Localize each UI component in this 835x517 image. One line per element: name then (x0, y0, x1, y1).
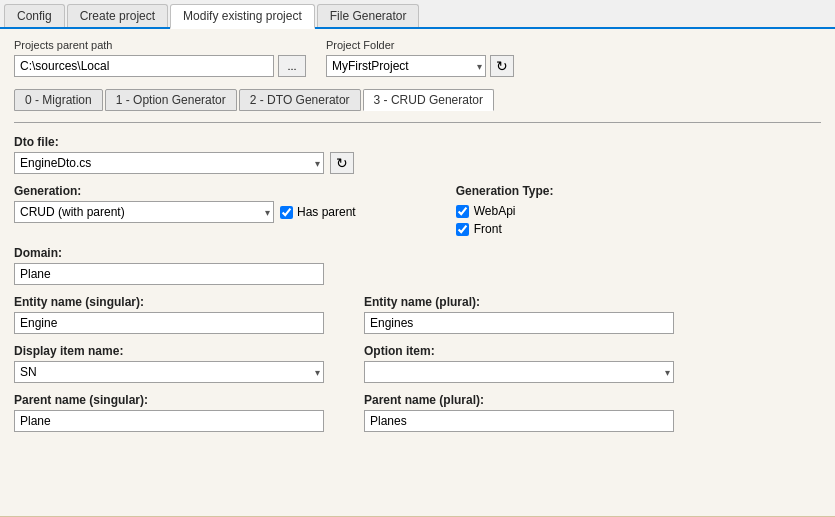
path-row: ... (14, 55, 306, 77)
generation-type-group: Generation Type: WebApi Front (456, 184, 554, 236)
option-item-label: Option item: (364, 344, 674, 358)
tab-dto-generator[interactable]: 2 - DTO Generator (239, 89, 361, 111)
front-checkbox[interactable] (456, 223, 469, 236)
tab-config[interactable]: Config (4, 4, 65, 27)
webapi-checkbox[interactable] (456, 205, 469, 218)
display-item-select-wrapper: SN (14, 361, 324, 383)
entity-plural-input[interactable] (364, 312, 674, 334)
form-section: Dto file: EngineDto.cs ↻ Generation: (14, 135, 821, 432)
project-folder-group: Project Folder MyFirstProject ↻ (326, 39, 514, 77)
generation-type-label: Generation Type: (456, 184, 554, 198)
project-folder-select[interactable]: MyFirstProject (326, 55, 486, 77)
tab-modify-project[interactable]: Modify existing project (170, 4, 315, 29)
inner-tab-bar: 0 - Migration 1 - Option Generator 2 - D… (14, 89, 821, 111)
tab-migration[interactable]: 0 - Migration (14, 89, 103, 111)
tab-file-generator[interactable]: File Generator (317, 4, 420, 27)
parent-singular-label: Parent name (singular): (14, 393, 324, 407)
projects-parent-path-input[interactable] (14, 55, 274, 77)
front-label: Front (474, 222, 502, 236)
option-item-select[interactable] (364, 361, 674, 383)
display-item-select[interactable]: SN (14, 361, 324, 383)
dto-refresh-button[interactable]: ↻ (330, 152, 354, 174)
display-item-field: Display item name: SN (14, 344, 324, 383)
has-parent-label: Has parent (297, 205, 356, 219)
parent-plural-field: Parent name (plural): (364, 393, 674, 432)
generation-field: Generation: CRUD (with parent) Has paren… (14, 184, 356, 223)
dto-row: EngineDto.cs ↻ (14, 152, 821, 174)
parent-singular-field: Parent name (singular): (14, 393, 324, 432)
option-item-field: Option item: (364, 344, 674, 383)
gen-full-row: CRUD (with parent) Has parent (14, 201, 356, 223)
option-item-select-wrapper (364, 361, 674, 383)
entity-singular-field: Entity name (singular): (14, 295, 324, 334)
project-folder-label: Project Folder (326, 39, 514, 51)
gen-select-wrapper: CRUD (with parent) (14, 201, 274, 223)
has-parent-check: Has parent (280, 205, 356, 219)
domain-field: Domain: (14, 246, 821, 285)
dto-file-field: Dto file: EngineDto.cs ↻ (14, 135, 821, 174)
webapi-label: WebApi (474, 204, 516, 218)
gen-row: Generation: CRUD (with parent) Has paren… (14, 184, 821, 236)
tab-crud-generator[interactable]: 3 - CRUD Generator (363, 89, 494, 111)
display-option-row: Display item name: SN Option item: (14, 344, 821, 383)
domain-input[interactable] (14, 263, 324, 285)
dto-file-select-wrapper: EngineDto.cs (14, 152, 324, 174)
generation-label: Generation: (14, 184, 356, 198)
entity-singular-input[interactable] (14, 312, 324, 334)
display-item-label: Display item name: (14, 344, 324, 358)
tab-create-project[interactable]: Create project (67, 4, 168, 27)
inner-tabs-border (14, 122, 821, 123)
parent-singular-input[interactable] (14, 410, 324, 432)
entity-singular-label: Entity name (singular): (14, 295, 324, 309)
projects-parent-path-group: Projects parent path ... (14, 39, 306, 77)
parent-plural-label: Parent name (plural): (364, 393, 674, 407)
entity-name-row: Entity name (singular): Entity name (plu… (14, 295, 821, 334)
top-row: Projects parent path ... Project Folder … (14, 39, 821, 77)
projects-parent-path-label: Projects parent path (14, 39, 306, 51)
dto-file-label: Dto file: (14, 135, 821, 149)
refresh-button[interactable]: ↻ (490, 55, 514, 77)
generation-group: Generation: CRUD (with parent) Has paren… (14, 184, 356, 223)
parent-name-row: Parent name (singular): Parent name (plu… (14, 393, 821, 432)
webapi-row: WebApi (456, 204, 554, 218)
has-parent-checkbox[interactable] (280, 206, 293, 219)
gen-type-checkboxes: WebApi Front (456, 204, 554, 236)
top-tab-bar: Config Create project Modify existing pr… (0, 0, 835, 29)
project-folder-select-wrapper: MyFirstProject (326, 55, 486, 77)
front-row: Front (456, 222, 554, 236)
tab-option-generator[interactable]: 1 - Option Generator (105, 89, 237, 111)
domain-label: Domain: (14, 246, 821, 260)
entity-plural-label: Entity name (plural): (364, 295, 674, 309)
browse-button[interactable]: ... (278, 55, 306, 77)
dto-file-select[interactable]: EngineDto.cs (14, 152, 324, 174)
entity-plural-field: Entity name (plural): (364, 295, 674, 334)
generation-select[interactable]: CRUD (with parent) (14, 201, 274, 223)
main-content: Projects parent path ... Project Folder … (0, 29, 835, 516)
parent-plural-input[interactable] (364, 410, 674, 432)
project-folder-row: MyFirstProject ↻ (326, 55, 514, 77)
